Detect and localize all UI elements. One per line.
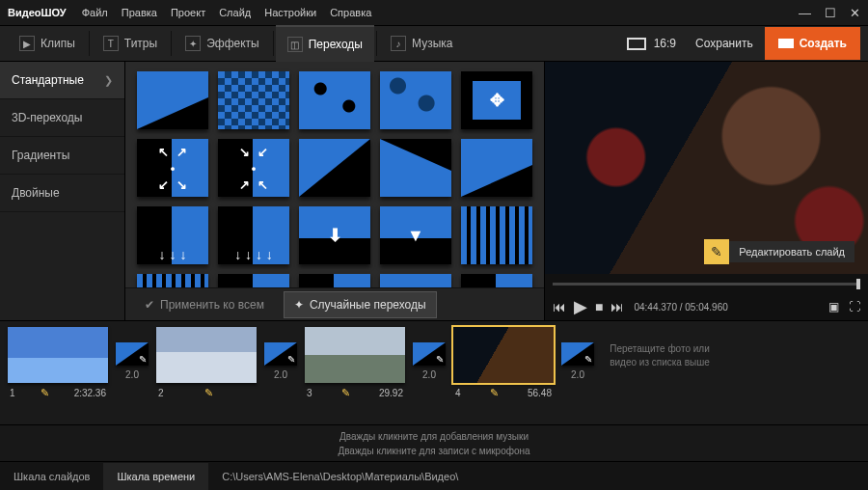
menu-slide[interactable]: Слайд [219,7,251,18]
transition-thumb[interactable]: ↘↙•↗↖ [218,139,289,197]
collapse-arrows-icon: ↘↙•↗↖ [218,139,289,197]
apply-all-button[interactable]: ✔Применить ко всем [135,292,274,317]
random-label: Случайные переходы [310,298,426,312]
transition-thumb[interactable]: ✥ [461,71,532,129]
transition-thumb[interactable]: ▼ [380,206,451,264]
category-double[interactable]: Двойные [0,175,124,212]
category-gradients[interactable]: Градиенты [0,137,124,175]
aspect-ratio[interactable]: 16:9 [627,37,676,50]
mic-record-hint[interactable]: Дважды кликните для записи с микрофона [338,444,529,458]
transition-thumb[interactable] [299,139,370,197]
music-add-hint[interactable]: Дважды кликните для добавления музыки [339,429,529,444]
tab-titles[interactable]: TТитры [92,25,169,62]
category-label: Двойные [12,186,60,200]
transition-thumb[interactable]: ◀ [218,274,289,287]
app-window: ВидеоШОУ Файл Правка Проект Слайд Настро… [0,0,868,490]
seek-knob[interactable] [856,279,860,289]
transition-thumb[interactable] [461,139,532,197]
timeline-transition[interactable]: ✎2.0 [411,327,448,380]
preview-seekbar[interactable] [545,274,868,293]
pencil-icon[interactable]: ✎ [436,354,444,365]
pencil-icon[interactable]: ✎ [204,387,213,399]
transition-thumb[interactable]: ▶ [299,274,370,287]
tab-transitions[interactable]: ◫Переходы [276,25,374,62]
play-icon: ▶ [19,36,35,51]
down-arrows-icon: ↓ ↓ ↓ [137,247,208,262]
tab-clips-label: Клипы [41,37,75,50]
create-button[interactable]: Создать [765,27,860,60]
minimize-icon[interactable]: — [799,6,811,20]
category-list: Стандартные❯ 3D-переходы Градиенты Двойн… [0,62,125,320]
edit-slide-button[interactable]: ✎ Редактировать слайд [704,239,854,264]
menu-project[interactable]: Проект [171,7,205,18]
pencil-icon[interactable]: ✎ [341,387,350,399]
category-3d[interactable]: 3D-переходы [0,99,124,137]
timeline-slide-selected[interactable]: 4✎56.48 [453,327,554,403]
category-standard[interactable]: Стандартные❯ [0,62,124,99]
random-transitions-button[interactable]: ✦Случайные переходы [284,291,437,318]
timeline-transition[interactable]: ✎2.0 [114,327,150,380]
tab-transitions-label: Переходы [309,38,363,51]
transition-thumb[interactable]: ▶▶ [137,274,208,287]
slide-thumb[interactable] [8,327,108,383]
move-arrows-icon: ✥ [461,71,532,129]
transition-thumb[interactable]: ↓ ↓ ↓ ↓ [218,206,289,264]
next-button[interactable]: ⏭ [610,299,624,314]
transition-thumb[interactable]: ↑ ↓ ↑ [380,274,451,287]
pencil-icon[interactable]: ✎ [139,354,147,365]
transition-thumb[interactable] [461,206,532,264]
timeline-slide[interactable]: 3✎29.92 [305,327,405,403]
timeline-slide[interactable]: 2✎ [156,327,257,403]
close-icon[interactable]: ✕ [850,6,860,20]
app-logo: ВидеоШОУ [8,7,67,18]
pencil-icon[interactable]: ✎ [287,354,295,365]
transition-thumb[interactable] [380,71,451,129]
timeline-slide[interactable]: 1✎2:32.36 [8,327,108,403]
tab-music[interactable]: ♪Музыка [379,25,464,62]
text-icon: T [103,36,119,51]
tab-clips[interactable]: ▶Клипы [8,25,87,62]
timeline-transition[interactable]: ✎2.0 [559,327,596,380]
tab-titles-label: Титры [124,37,157,50]
transition-thumb[interactable] [461,274,532,287]
save-button[interactable]: Сохранить [695,37,753,50]
fullscreen-icon[interactable]: ⛶ [849,300,860,313]
slide-duration: 29.92 [379,388,403,398]
timeline-drop-hint[interactable]: Перетащите фото или видео из списка выше [602,327,718,385]
transitions-grid: ✥ ↖↗•↙↘ ↘↙•↗↖ ↓ ↓ ↓ ↓ ↓ ↓ ↓ ⬇ ▼ ▶▶ ◀ ▶ ↑… [125,62,544,287]
slide-thumb[interactable] [305,327,405,383]
transition-thumb[interactable] [299,71,370,129]
stop-button[interactable]: ■ [595,299,603,314]
menu-settings[interactable]: Настройки [264,7,316,18]
menu-file[interactable]: Файл [82,7,108,18]
maximize-icon[interactable]: ☐ [825,6,836,20]
slide-thumb[interactable] [156,327,257,383]
slide-number: 2 [158,388,164,398]
transition-thumb[interactable] [380,139,451,197]
pencil-icon[interactable]: ✎ [584,354,592,365]
grid-actions: ✔Применить ко всем ✦Случайные переходы [125,287,544,320]
seek-track[interactable] [553,283,860,286]
time-scale-tab[interactable]: Шкала времени [103,463,208,490]
snapshot-icon[interactable]: ▣ [828,300,839,313]
transition-thumb[interactable]: ⬇ [299,206,370,264]
transition-thumb[interactable]: ↓ ↓ ↓ [137,206,208,264]
pencil-icon[interactable]: ✎ [41,387,49,399]
down-arrow-icon: ⬇ [299,206,370,264]
footer: Шкала слайдов Шкала времени C:\Users\AMS… [0,461,868,490]
play-button[interactable]: ▶ [574,296,587,317]
apply-all-label: Применить ко всем [160,298,264,312]
pencil-icon[interactable]: ✎ [490,387,499,399]
timeline-transition[interactable]: ✎2.0 [262,327,299,380]
timecode: 04:44.370 / 05:04.960 [634,302,727,313]
tab-music-label: Музыка [412,37,452,50]
menu-edit[interactable]: Правка [122,7,157,18]
slide-scale-tab[interactable]: Шкала слайдов [0,463,103,490]
slide-thumb[interactable] [453,327,554,383]
transition-thumb[interactable] [218,71,289,129]
transition-thumb[interactable] [137,71,208,129]
tab-effects[interactable]: ✦Эффекты [174,25,271,62]
menu-help[interactable]: Справка [330,7,371,18]
prev-button[interactable]: ⏮ [553,299,566,314]
transition-thumb[interactable]: ↖↗•↙↘ [137,139,208,197]
